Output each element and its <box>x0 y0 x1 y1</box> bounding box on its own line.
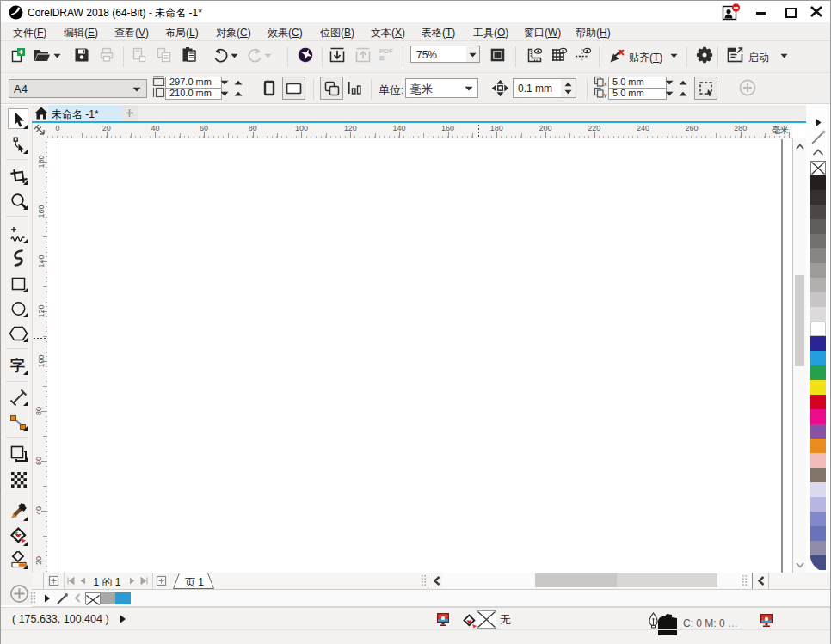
svg-text:y: y <box>604 92 607 98</box>
svg-text:x: x <box>604 81 607 87</box>
